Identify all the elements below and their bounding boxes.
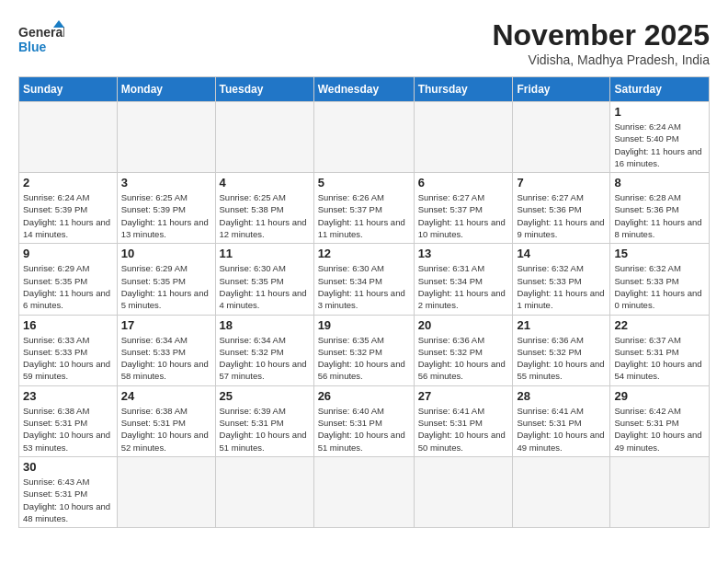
day-number: 20 <box>418 318 509 332</box>
calendar-day: 29Sunrise: 6:42 AM Sunset: 5:31 PM Dayli… <box>610 385 710 456</box>
day-number: 5 <box>318 176 410 190</box>
day-info: Sunrise: 6:36 AM Sunset: 5:32 PM Dayligh… <box>517 334 606 383</box>
calendar-week-row: 23Sunrise: 6:38 AM Sunset: 5:31 PM Dayli… <box>19 385 710 456</box>
location: Vidisha, Madhya Pradesh, India <box>492 52 710 67</box>
svg-text:Blue: Blue <box>18 40 47 54</box>
day-number: 21 <box>517 318 606 332</box>
day-info: Sunrise: 6:32 AM Sunset: 5:33 PM Dayligh… <box>614 262 705 311</box>
day-info: Sunrise: 6:43 AM Sunset: 5:31 PM Dayligh… <box>23 476 113 524</box>
day-number: 29 <box>614 389 705 403</box>
day-info: Sunrise: 6:39 AM Sunset: 5:31 PM Dayligh… <box>220 405 310 454</box>
logo: General Blue <box>18 18 64 59</box>
weekday-header-sunday: Sunday <box>19 77 118 102</box>
calendar-day: 13Sunrise: 6:31 AM Sunset: 5:34 PM Dayli… <box>414 244 513 315</box>
day-number: 23 <box>23 389 113 403</box>
calendar-day: 23Sunrise: 6:38 AM Sunset: 5:31 PM Dayli… <box>19 385 118 456</box>
calendar-day: 14Sunrise: 6:32 AM Sunset: 5:33 PM Dayli… <box>513 244 610 315</box>
calendar-day: 18Sunrise: 6:34 AM Sunset: 5:32 PM Dayli… <box>215 315 313 385</box>
calendar-day <box>414 456 513 527</box>
day-info: Sunrise: 6:41 AM Sunset: 5:31 PM Dayligh… <box>517 405 606 454</box>
day-info: Sunrise: 6:41 AM Sunset: 5:31 PM Dayligh… <box>418 405 509 454</box>
day-info: Sunrise: 6:25 AM Sunset: 5:38 PM Dayligh… <box>220 191 310 240</box>
day-number: 16 <box>23 318 113 332</box>
calendar-day: 4Sunrise: 6:25 AM Sunset: 5:38 PM Daylig… <box>215 173 313 244</box>
day-number: 28 <box>517 389 606 403</box>
day-number: 8 <box>614 176 705 190</box>
calendar-day: 26Sunrise: 6:40 AM Sunset: 5:31 PM Dayli… <box>313 385 414 456</box>
day-number: 22 <box>614 318 705 332</box>
day-number: 6 <box>418 176 509 190</box>
calendar-week-row: 30Sunrise: 6:43 AM Sunset: 5:31 PM Dayli… <box>19 456 710 527</box>
day-number: 13 <box>418 247 509 260</box>
day-info: Sunrise: 6:27 AM Sunset: 5:37 PM Dayligh… <box>418 191 509 240</box>
day-number: 11 <box>220 247 310 260</box>
day-info: Sunrise: 6:36 AM Sunset: 5:32 PM Dayligh… <box>418 334 509 383</box>
day-number: 2 <box>23 176 113 190</box>
day-info: Sunrise: 6:38 AM Sunset: 5:31 PM Dayligh… <box>23 405 113 454</box>
day-number: 18 <box>220 318 310 332</box>
day-info: Sunrise: 6:30 AM Sunset: 5:35 PM Dayligh… <box>220 262 310 311</box>
day-info: Sunrise: 6:34 AM Sunset: 5:32 PM Dayligh… <box>220 334 310 383</box>
calendar-day: 7Sunrise: 6:27 AM Sunset: 5:36 PM Daylig… <box>513 173 610 244</box>
calendar-day: 21Sunrise: 6:36 AM Sunset: 5:32 PM Dayli… <box>513 315 610 385</box>
day-info: Sunrise: 6:25 AM Sunset: 5:39 PM Dayligh… <box>121 191 211 240</box>
day-info: Sunrise: 6:35 AM Sunset: 5:32 PM Dayligh… <box>318 334 410 383</box>
calendar-day <box>414 102 513 173</box>
day-info: Sunrise: 6:37 AM Sunset: 5:31 PM Dayligh… <box>614 334 705 383</box>
day-info: Sunrise: 6:31 AM Sunset: 5:34 PM Dayligh… <box>418 262 509 311</box>
calendar-day: 25Sunrise: 6:39 AM Sunset: 5:31 PM Dayli… <box>215 385 313 456</box>
day-info: Sunrise: 6:24 AM Sunset: 5:40 PM Dayligh… <box>614 121 705 169</box>
calendar-day <box>610 456 710 527</box>
calendar-day: 28Sunrise: 6:41 AM Sunset: 5:31 PM Dayli… <box>513 385 610 456</box>
calendar-day <box>117 102 215 173</box>
day-number: 15 <box>614 247 705 260</box>
calendar-day <box>215 102 313 173</box>
calendar-week-row: 16Sunrise: 6:33 AM Sunset: 5:33 PM Dayli… <box>19 315 710 385</box>
weekday-header-saturday: Saturday <box>610 77 710 102</box>
calendar-day: 20Sunrise: 6:36 AM Sunset: 5:32 PM Dayli… <box>414 315 513 385</box>
title-section: November 2025 Vidisha, Madhya Pradesh, I… <box>492 18 710 67</box>
calendar-day: 8Sunrise: 6:28 AM Sunset: 5:36 PM Daylig… <box>610 173 710 244</box>
day-info: Sunrise: 6:34 AM Sunset: 5:33 PM Dayligh… <box>121 334 211 383</box>
calendar-day: 10Sunrise: 6:29 AM Sunset: 5:35 PM Dayli… <box>117 244 215 315</box>
calendar-day: 27Sunrise: 6:41 AM Sunset: 5:31 PM Dayli… <box>414 385 513 456</box>
day-info: Sunrise: 6:42 AM Sunset: 5:31 PM Dayligh… <box>614 405 705 454</box>
calendar-day: 2Sunrise: 6:24 AM Sunset: 5:39 PM Daylig… <box>19 173 118 244</box>
calendar-day: 9Sunrise: 6:29 AM Sunset: 5:35 PM Daylig… <box>19 244 118 315</box>
calendar-day: 24Sunrise: 6:38 AM Sunset: 5:31 PM Dayli… <box>117 385 215 456</box>
calendar-day: 15Sunrise: 6:32 AM Sunset: 5:33 PM Dayli… <box>610 244 710 315</box>
calendar-day: 3Sunrise: 6:25 AM Sunset: 5:39 PM Daylig… <box>117 173 215 244</box>
day-info: Sunrise: 6:29 AM Sunset: 5:35 PM Dayligh… <box>121 262 211 311</box>
day-info: Sunrise: 6:24 AM Sunset: 5:39 PM Dayligh… <box>23 191 113 240</box>
page-header: General Blue November 2025 Vidisha, Madh… <box>18 18 710 67</box>
weekday-header-row: SundayMondayTuesdayWednesdayThursdayFrid… <box>19 77 710 102</box>
day-info: Sunrise: 6:33 AM Sunset: 5:33 PM Dayligh… <box>23 334 113 383</box>
calendar-day: 16Sunrise: 6:33 AM Sunset: 5:33 PM Dayli… <box>19 315 118 385</box>
calendar-table: SundayMondayTuesdayWednesdayThursdayFrid… <box>18 76 710 528</box>
day-number: 3 <box>121 176 211 190</box>
calendar-day: 22Sunrise: 6:37 AM Sunset: 5:31 PM Dayli… <box>610 315 710 385</box>
month-title: November 2025 <box>492 18 710 52</box>
calendar-week-row: 9Sunrise: 6:29 AM Sunset: 5:35 PM Daylig… <box>19 244 710 315</box>
day-info: Sunrise: 6:27 AM Sunset: 5:36 PM Dayligh… <box>517 191 606 240</box>
logo-icon: General Blue <box>18 18 64 59</box>
weekday-header-thursday: Thursday <box>414 77 513 102</box>
calendar-day <box>117 456 215 527</box>
day-info: Sunrise: 6:28 AM Sunset: 5:36 PM Dayligh… <box>614 191 705 240</box>
day-number: 14 <box>517 247 606 260</box>
calendar-week-row: 2Sunrise: 6:24 AM Sunset: 5:39 PM Daylig… <box>19 173 710 244</box>
calendar-day <box>313 102 414 173</box>
day-info: Sunrise: 6:32 AM Sunset: 5:33 PM Dayligh… <box>517 262 606 311</box>
calendar-day <box>513 102 610 173</box>
calendar-day: 6Sunrise: 6:27 AM Sunset: 5:37 PM Daylig… <box>414 173 513 244</box>
day-info: Sunrise: 6:30 AM Sunset: 5:34 PM Dayligh… <box>318 262 410 311</box>
calendar-day: 1Sunrise: 6:24 AM Sunset: 5:40 PM Daylig… <box>610 102 710 173</box>
day-number: 24 <box>121 389 211 403</box>
calendar-day <box>19 102 118 173</box>
day-number: 26 <box>318 389 410 403</box>
day-number: 25 <box>220 389 310 403</box>
calendar-day: 12Sunrise: 6:30 AM Sunset: 5:34 PM Dayli… <box>313 244 414 315</box>
calendar-day: 17Sunrise: 6:34 AM Sunset: 5:33 PM Dayli… <box>117 315 215 385</box>
day-number: 7 <box>517 176 606 190</box>
day-number: 27 <box>418 389 509 403</box>
